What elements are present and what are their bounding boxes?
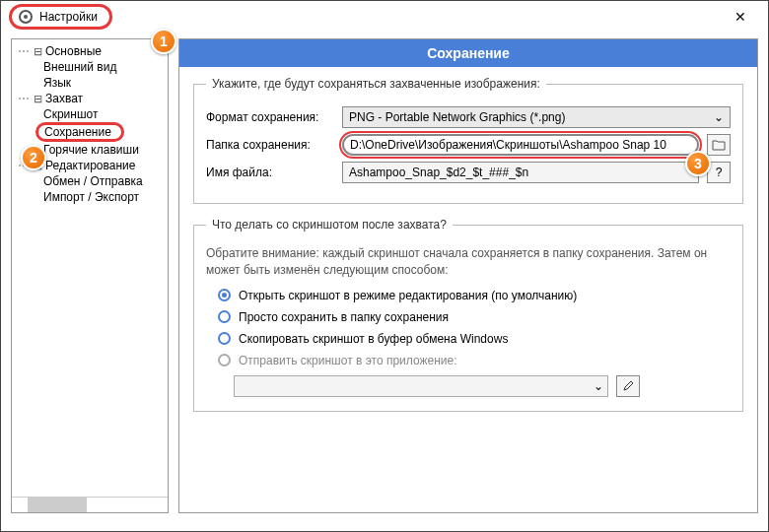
format-label: Формат сохранения:: [206, 110, 334, 124]
callout-badge-1: 1: [151, 29, 176, 54]
chevron-down-icon: ⌄: [594, 379, 603, 393]
save-location-group: Укажите, где будут сохраняться захваченн…: [193, 77, 743, 204]
after-capture-note: Обратите внимание: каждый скриншот снача…: [206, 245, 731, 279]
after-capture-legend: Что делать со скриншотом после захвата?: [206, 218, 453, 232]
filename-label: Имя файла:: [206, 166, 334, 179]
tree-node-screenshot[interactable]: Скриншот: [14, 106, 166, 122]
chevron-down-icon: ⌄: [714, 110, 724, 124]
close-button[interactable]: ✕: [721, 3, 760, 31]
help-icon: ?: [716, 166, 723, 179]
folder-field[interactable]: D:\OneDrive\Изображения\Скриншоты\Ashamp…: [342, 134, 699, 156]
format-combo[interactable]: PNG - Portable Network Graphics (*.png) …: [342, 106, 731, 128]
save-location-legend: Укажите, где будут сохраняться захваченн…: [206, 77, 546, 91]
radio-open-editor[interactable]: Открыть скриншот в режиме редактирования…: [218, 289, 731, 302]
tree-node-capture[interactable]: ⋯⊟Захват: [14, 91, 166, 106]
folder-icon: [712, 139, 726, 151]
edit-app-button[interactable]: [616, 375, 640, 397]
browse-folder-button[interactable]: [707, 134, 731, 156]
svg-point-1: [24, 15, 28, 19]
callout-badge-2: 2: [21, 145, 46, 170]
app-icon: [18, 9, 34, 25]
filename-field[interactable]: Ashampoo_Snap_$d2_$t_###_$n: [342, 162, 699, 183]
tree-node-language[interactable]: Язык: [14, 75, 166, 91]
tree-node-import-export[interactable]: Импорт / Экспорт: [14, 189, 166, 205]
tree-node-appearance[interactable]: Внешний вид: [14, 59, 166, 75]
radio-send-app[interactable]: Отправить скриншот в это приложение:: [218, 354, 731, 367]
radio-just-save[interactable]: Просто сохранить в папку сохранения: [218, 310, 731, 324]
panel-header: Сохранение: [179, 39, 757, 67]
app-combo[interactable]: ⌄: [234, 375, 608, 397]
after-capture-group: Что делать со скриншотом после захвата? …: [193, 218, 743, 412]
tree-node-main[interactable]: ⋯⊟Основные: [14, 43, 166, 59]
folder-label: Папка сохранения:: [206, 138, 334, 152]
pencil-icon: [622, 380, 634, 392]
main-panel: Сохранение Укажите, где будут сохранятьс…: [178, 38, 758, 513]
callout-badge-3: 3: [685, 151, 711, 176]
window-title: Настройки: [39, 10, 98, 24]
tree-node-share[interactable]: Обмен / Отправка: [14, 173, 166, 189]
sidebar: ⋯⊟Основные Внешний вид Язык ⋯⊟Захват Скр…: [11, 38, 169, 513]
tree-node-save[interactable]: Сохранение: [14, 122, 166, 142]
window-title-wrap: Настройки: [9, 4, 112, 30]
radio-copy-clipboard[interactable]: Скопировать скриншот в буфер обмена Wind…: [218, 332, 731, 346]
sidebar-scrollbar[interactable]: [12, 497, 168, 512]
